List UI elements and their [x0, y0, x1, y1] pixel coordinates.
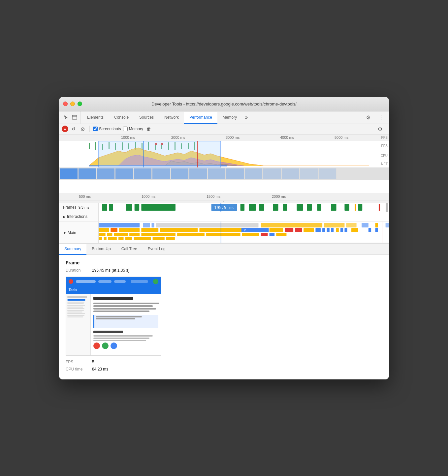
devtools-window: Developer Tools - https://developers.goo…	[59, 97, 389, 379]
summary-tab-event-log[interactable]: Event Log	[143, 244, 171, 255]
cpu-time-key: CPU time	[66, 367, 92, 372]
svg-rect-44	[355, 204, 356, 211]
svg-rect-34	[259, 204, 264, 211]
minimize-button[interactable]	[70, 102, 75, 106]
svg-rect-40	[331, 204, 336, 211]
main-content[interactable]: P...	[99, 222, 389, 243]
main-row: ▼ Main	[59, 222, 389, 243]
screenshot-thumb-12	[263, 168, 281, 179]
frames-scrollbar[interactable]	[386, 203, 388, 212]
svg-rect-47	[143, 223, 150, 227]
frames-chart: 195.5 ms	[99, 203, 389, 212]
svg-rect-70	[327, 228, 330, 232]
memory-checkbox-group[interactable]: Memory	[123, 127, 143, 131]
memory-checkbox[interactable]	[123, 127, 128, 131]
close-button[interactable]	[63, 102, 68, 106]
toolbar-settings-button[interactable]: ⚙	[374, 126, 386, 132]
svg-rect-26	[109, 204, 113, 211]
svg-rect-75	[351, 228, 358, 232]
svg-rect-89	[99, 237, 102, 240]
svg-rect-3	[95, 142, 96, 150]
svg-rect-22	[99, 141, 221, 167]
frames-content[interactable]: 195.5 ms	[99, 203, 389, 212]
tab-sources[interactable]: Sources	[134, 112, 159, 124]
svg-rect-27	[126, 204, 132, 211]
svg-rect-69	[322, 228, 325, 232]
cursor-icon[interactable]	[63, 114, 69, 120]
screenshot-thumb-14	[300, 168, 318, 179]
svg-rect-60	[160, 228, 198, 232]
svg-rect-38	[307, 204, 312, 211]
resize-handle[interactable]: ···	[59, 200, 389, 203]
record-button[interactable]: ●	[62, 126, 68, 132]
svg-rect-58	[119, 228, 140, 232]
summary-tab-bottom-up[interactable]: Bottom-Up	[86, 244, 116, 255]
svg-rect-83	[177, 233, 205, 236]
duration-key: Duration	[66, 268, 92, 273]
summary-tab-summary[interactable]: Summary	[59, 244, 86, 255]
svg-rect-51	[324, 223, 344, 227]
frame-screenshot: Tools	[66, 277, 161, 356]
svg-rect-57	[111, 228, 117, 232]
svg-rect-68	[315, 228, 321, 232]
screenshot-thumb-15	[318, 168, 336, 179]
svg-rect-76	[368, 228, 371, 232]
screenshots-checkbox-group[interactable]: Screenshots	[93, 127, 121, 131]
clear-button[interactable]: 🗑	[145, 126, 152, 132]
svg-rect-66	[295, 228, 302, 232]
main-chart: P...	[99, 222, 389, 243]
svg-rect-39	[317, 204, 321, 211]
screenshot-thumb-13	[281, 168, 300, 179]
svg-rect-41	[344, 204, 349, 211]
tab-elements[interactable]: Elements	[82, 112, 109, 124]
svg-rect-81	[129, 233, 140, 236]
more-tabs-button[interactable]: »	[242, 111, 250, 124]
settings-button[interactable]: ⚙	[362, 111, 374, 124]
svg-rect-28	[135, 204, 139, 211]
interactions-content[interactable]	[99, 212, 389, 221]
svg-rect-71	[331, 228, 334, 232]
svg-rect-95	[153, 237, 165, 240]
reload-record-button[interactable]: ↺	[70, 126, 77, 132]
tab-performance[interactable]: Performance	[184, 112, 217, 124]
screenshot-thumb-9	[208, 168, 226, 179]
screenshot-thumb-11	[244, 168, 263, 179]
toolbar-separator-1	[89, 126, 90, 132]
tab-bar-icons	[60, 111, 80, 124]
summary-tab-call-tree[interactable]: Call Tree	[116, 244, 143, 255]
svg-rect-56	[99, 228, 109, 232]
screenshot-thumb-3	[97, 168, 115, 179]
tab-memory[interactable]: Memory	[217, 112, 242, 124]
fps-value: 5	[92, 360, 94, 364]
svg-rect-33	[249, 204, 256, 211]
svg-rect-90	[104, 237, 107, 240]
svg-rect-79	[107, 233, 112, 236]
dock-icon[interactable]	[72, 114, 78, 120]
screenshot-strip[interactable]	[59, 167, 389, 180]
svg-rect-72	[336, 228, 339, 232]
timeline-area[interactable]: 1000 ms 2000 ms 3000 ms 4000 ms 5000 ms …	[59, 134, 389, 200]
svg-rect-82	[141, 233, 176, 236]
svg-rect-49	[156, 223, 259, 227]
svg-rect-65	[285, 228, 293, 232]
cpu-time-value: 84.23 ms	[92, 367, 108, 372]
summary-panel: Summary Bottom-Up Call Tree Event Log Fr…	[59, 243, 389, 379]
svg-rect-46	[99, 223, 140, 227]
stop-button[interactable]: ⊘	[79, 125, 86, 133]
svg-rect-50	[261, 223, 322, 227]
screenshot-thumb-1	[60, 168, 78, 179]
tab-console[interactable]: Console	[109, 112, 134, 124]
screenshot-thumb-2	[78, 168, 96, 179]
duration-value: 195.45 ms (at 1.35 s)	[92, 268, 129, 273]
time-markers-bottom: 500 ms 1000 ms 1500 ms 2000 ms	[59, 193, 389, 200]
svg-rect-25	[102, 204, 107, 211]
tab-network[interactable]: Network	[159, 112, 184, 124]
svg-rect-36	[283, 204, 287, 211]
svg-text:195.5 ms: 195.5 ms	[214, 205, 234, 210]
overflow-button[interactable]: ⋮	[374, 111, 388, 124]
svg-rect-77	[375, 228, 378, 232]
maximize-button[interactable]	[78, 102, 82, 106]
screenshots-checkbox[interactable]	[93, 127, 98, 131]
svg-rect-0	[72, 115, 77, 119]
timeline-right-labels: FPS CPU NET	[381, 141, 388, 167]
